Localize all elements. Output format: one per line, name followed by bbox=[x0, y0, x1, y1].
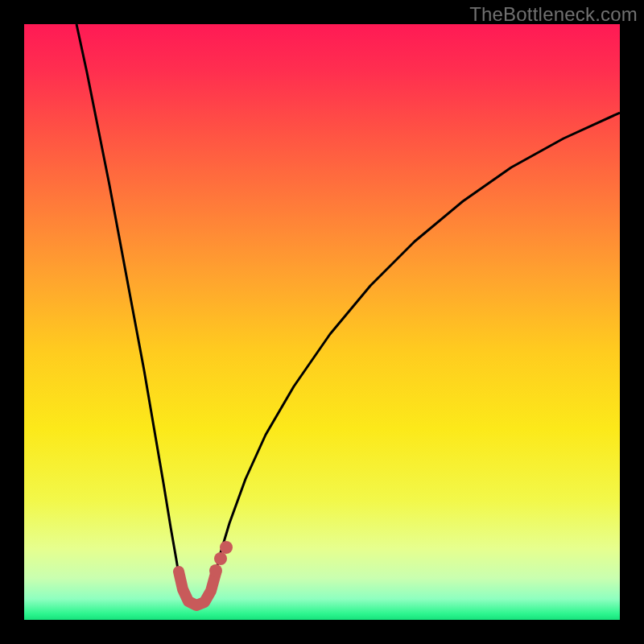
right-branch bbox=[213, 113, 620, 584]
left-branch bbox=[76, 24, 180, 584]
valley-highlight bbox=[179, 572, 216, 605]
plot-area bbox=[24, 24, 620, 620]
valley-dots-point bbox=[214, 552, 227, 565]
watermark-text: TheBottleneck.com bbox=[469, 3, 638, 26]
chart-frame: TheBottleneck.com bbox=[0, 0, 644, 644]
valley-dots-point bbox=[220, 541, 233, 554]
curve-layer bbox=[24, 24, 620, 620]
valley-dots-point bbox=[209, 564, 222, 577]
